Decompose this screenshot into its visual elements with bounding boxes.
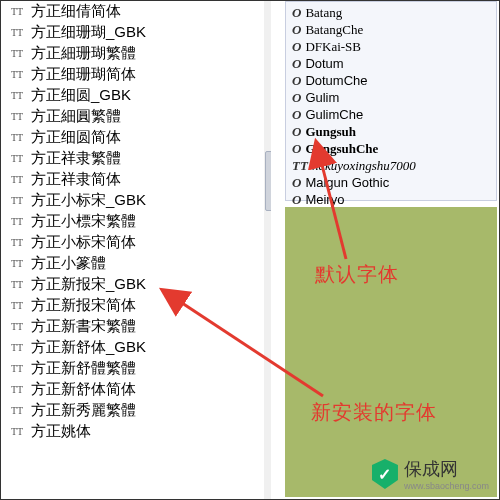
font-name: BatangChe [305,22,363,38]
font-name: 方正小篆體 [31,254,106,273]
opentype-icon: O [292,73,301,89]
truetype-icon: TT [9,194,25,208]
truetype-icon: TT [9,173,25,187]
font-name: 方正姚体 [31,422,91,441]
font-item[interactable]: TT方正新舒体简体 [9,379,270,400]
font-item[interactable]: TT方正小標宋繁體 [9,211,270,232]
font-name: 方正細圓繁體 [31,107,121,126]
truetype-icon: TT [9,236,25,250]
font-item[interactable]: OGulim [292,89,490,106]
font-name: 方正细倩简体 [31,2,121,21]
font-item[interactable]: TT方正細珊瑚繁體 [9,43,270,64]
truetype-icon: TT [9,89,25,103]
font-item[interactable]: ODFKai-SB [292,38,490,55]
font-item[interactable]: TT方正新报宋_GBK [9,274,270,295]
font-item[interactable]: TT方正小篆體 [9,253,270,274]
font-item[interactable]: TT方正细珊瑚简体 [9,64,270,85]
watermark-logo-icon: ✓ [372,459,398,489]
font-item[interactable]: TT方正小标宋简体 [9,232,270,253]
font-name: 方正小標宋繁體 [31,212,136,231]
font-name: 方正细圆_GBK [31,86,131,105]
font-item[interactable]: OBatangChe [292,21,490,38]
truetype-icon: TT [9,383,25,397]
font-name: 方正新报宋简体 [31,296,136,315]
font-name: 方正祥隶繁體 [31,149,121,168]
font-name: DFKai-SB [305,39,361,55]
annotation-default-font: 默认字体 [315,261,399,288]
font-item[interactable]: TT方正细圆_GBK [9,85,270,106]
font-item[interactable]: TT方正新报宋简体 [9,295,270,316]
font-item[interactable]: TT方正小标宋_GBK [9,190,270,211]
opentype-icon: O [292,124,301,140]
font-item[interactable]: TT方正新舒體繁體 [9,358,270,379]
truetype-icon: TT [9,257,25,271]
truetype-icon: TT [9,425,25,439]
font-item[interactable]: TT方正新秀麗繁體 [9,400,270,421]
left-font-panel: TT方正细倩简体TT方正细珊瑚_GBKTT方正細珊瑚繁體TT方正细珊瑚简体TT方… [1,1,271,499]
font-item[interactable]: TT方正细珊瑚_GBK [9,22,270,43]
font-item[interactable]: ODotumChe [292,72,490,89]
font-name: Gungsuh [305,124,356,140]
font-item[interactable]: TT方正新舒体_GBK [9,337,270,358]
font-item[interactable]: TT方正祥隶简体 [9,169,270,190]
font-item[interactable]: OMeiryo [292,191,490,208]
opentype-icon: O [292,90,301,106]
truetype-icon: TT [292,158,308,174]
truetype-icon: TT [9,110,25,124]
font-item[interactable]: TT方正新書宋繁體 [9,316,270,337]
font-item[interactable]: OBatang [292,4,490,21]
opentype-icon: O [292,141,301,157]
font-name: 方正新舒体_GBK [31,338,146,357]
font-name: Batang [305,5,342,21]
font-item[interactable]: TT方正細圓繁體 [9,106,270,127]
opentype-icon: O [292,175,301,191]
font-name: 方正细圆简体 [31,128,121,147]
opentype-icon: O [292,107,301,123]
font-name: Dotum [305,56,343,71]
font-name: GulimChe [305,107,363,122]
font-name: 方正祥隶简体 [31,170,121,189]
font-name: 方正小标宋简体 [31,233,136,252]
font-name: 方正细珊瑚简体 [31,65,136,84]
font-item[interactable]: TT方正祥隶繁體 [9,148,270,169]
font-name: 方正新舒体简体 [31,380,136,399]
font-item[interactable]: TThakuyoxingshu7000 [292,157,490,174]
truetype-icon: TT [9,47,25,61]
truetype-icon: TT [9,26,25,40]
font-name: Gulim [305,90,339,105]
font-name: Malgun Gothic [305,175,389,190]
font-item[interactable]: ODotum [292,55,490,72]
watermark: ✓ 保成网 www.sbaocheng.com [368,455,493,493]
font-name: 方正新書宋繁體 [31,317,136,336]
font-item[interactable]: TT方正细倩简体 [9,1,270,22]
font-item[interactable]: OGulimChe [292,106,490,123]
font-name: 方正新秀麗繁體 [31,401,136,420]
watermark-domain: www.sbaocheng.com [404,481,489,491]
font-item[interactable]: OMalgun Gothic [292,174,490,191]
truetype-icon: TT [9,152,25,166]
truetype-icon: TT [9,131,25,145]
font-item[interactable]: TT方正细圆简体 [9,127,270,148]
font-name: GungsuhChe [305,141,378,157]
truetype-icon: TT [9,68,25,82]
font-name: 方正細珊瑚繁體 [31,44,136,63]
annotation-new-font: 新安装的字体 [311,399,437,426]
watermark-text: 保成网 [404,457,489,481]
font-name: Meiryo [305,192,344,207]
font-item[interactable]: OGungsuhChe [292,140,490,157]
font-name: 方正细珊瑚_GBK [31,23,146,42]
font-item[interactable]: TT方正姚体 [9,421,270,442]
font-item[interactable]: OGungsuh [292,123,490,140]
right-font-panel: OBatangOBatangCheODFKai-SBODotumODotumCh… [285,1,497,201]
truetype-icon: TT [9,5,25,19]
font-name: DotumChe [305,73,367,88]
left-font-list[interactable]: TT方正细倩简体TT方正细珊瑚_GBKTT方正細珊瑚繁體TT方正细珊瑚简体TT方… [9,1,270,442]
truetype-icon: TT [9,404,25,418]
truetype-icon: TT [9,320,25,334]
truetype-icon: TT [9,278,25,292]
opentype-icon: O [292,39,301,55]
opentype-icon: O [292,56,301,72]
right-font-list[interactable]: OBatangOBatangCheODFKai-SBODotumODotumCh… [286,2,496,210]
font-name: hakuyoxingshu7000 [312,158,416,174]
truetype-icon: TT [9,341,25,355]
